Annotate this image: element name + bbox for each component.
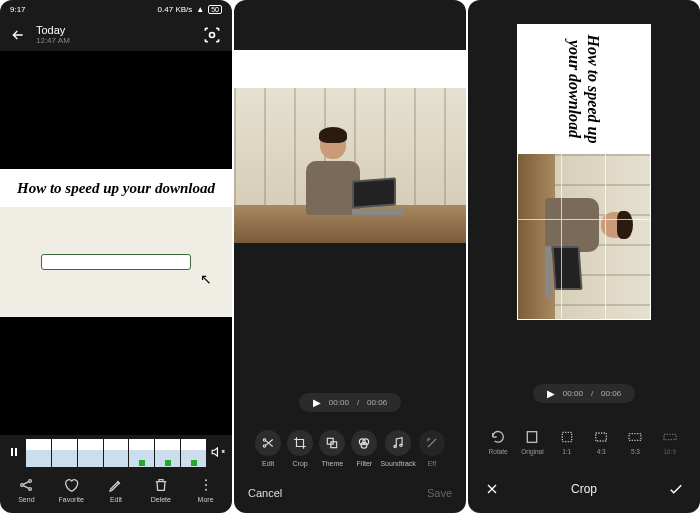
thumb	[26, 439, 51, 467]
music-icon	[385, 430, 411, 456]
ratio-label: Rotate	[489, 448, 508, 455]
status-time: 9:17	[10, 5, 26, 14]
svg-point-8	[205, 489, 207, 491]
pause-button[interactable]	[6, 446, 22, 461]
editor-controls: ▶ 00:00/00:06 Edit Crop Theme Filter	[234, 363, 466, 477]
svg-rect-18	[528, 432, 537, 443]
favorite-button[interactable]: Favorite	[51, 477, 91, 503]
scissors-icon	[255, 430, 281, 456]
ratio-5-3[interactable]: 5:3	[619, 429, 651, 455]
ratio-label: 4:3	[597, 448, 606, 455]
svg-point-5	[29, 488, 32, 491]
svg-point-17	[400, 444, 402, 446]
svg-point-15	[361, 442, 367, 448]
thumb	[155, 439, 180, 467]
crop-preview[interactable]: How to speed up your download	[517, 24, 651, 320]
time-total: 00:06	[601, 389, 621, 398]
crop-stage: How to speed up your download	[468, 0, 700, 372]
time-total: 00:06	[367, 398, 387, 407]
thumb	[78, 439, 103, 467]
ratio-4-3[interactable]: 4:3	[585, 429, 617, 455]
video-preview[interactable]: How to speed up your download	[234, 50, 466, 243]
timeline-row	[0, 435, 232, 471]
svg-point-7	[205, 484, 207, 486]
play-bar[interactable]: ▶ 00:00/00:06	[299, 393, 401, 412]
favorite-label: Favorite	[59, 496, 84, 503]
cancel-button[interactable]: Cancel	[248, 487, 282, 499]
video-editor-panel: How to speed up your download ▶ 00:00/00…	[234, 0, 466, 513]
svg-rect-22	[664, 434, 676, 439]
tool-label: Edit	[262, 460, 274, 467]
mute-button[interactable]	[210, 445, 226, 462]
tool-crop[interactable]: Crop	[284, 430, 316, 467]
play-icon[interactable]: ▶	[313, 397, 321, 408]
download-progress-bar-graphic	[41, 254, 191, 270]
delete-button[interactable]: Delete	[141, 477, 181, 503]
svg-point-10	[263, 445, 265, 447]
svg-point-0	[210, 32, 215, 37]
tool-label: Soundtrack	[380, 460, 415, 467]
editor-bottom-bar: Cancel Save	[234, 477, 466, 513]
laptop-figure	[352, 179, 404, 215]
header-row: Today 12:47 AM	[0, 18, 232, 51]
play-bar[interactable]: ▶ 00:00/00:06	[533, 384, 635, 403]
back-button[interactable]	[10, 27, 26, 43]
laptop-figure	[545, 246, 581, 298]
rotated-content: How to speed up your download	[517, 24, 651, 320]
svg-rect-21	[629, 434, 641, 441]
tool-effects[interactable]: Eff	[416, 430, 448, 467]
header-subtitle: 12:47 AM	[36, 36, 192, 45]
status-right: 0.47 KB/s ▲ 50	[158, 5, 222, 14]
status-bar: 9:17 0.47 KB/s ▲ 50	[0, 0, 232, 18]
status-net: 0.47 KB/s	[158, 5, 193, 14]
tool-row: Edit Crop Theme Filter Soundtrack Eff	[244, 430, 456, 467]
tool-edit[interactable]: Edit	[252, 430, 284, 467]
effects-icon	[419, 430, 445, 456]
crop-bottom-bar: Crop	[468, 469, 700, 513]
play-icon[interactable]: ▶	[547, 388, 555, 399]
edit-button[interactable]: Edit	[96, 477, 136, 503]
tool-soundtrack[interactable]: Soundtrack	[380, 430, 415, 467]
media-stage[interactable]: How to speed up your download ↖	[0, 51, 232, 435]
meme-title-text: How to speed up your download	[234, 50, 466, 88]
video-scene	[234, 88, 466, 243]
video-scene	[517, 154, 651, 320]
tool-label: Crop	[293, 460, 308, 467]
thumb	[181, 439, 206, 467]
header-title: Today	[36, 24, 192, 36]
battery-icon: 50	[208, 5, 222, 14]
google-lens-button[interactable]	[202, 25, 222, 45]
tool-theme[interactable]: Theme	[316, 430, 348, 467]
edit-label: Edit	[110, 496, 122, 503]
svg-point-6	[205, 479, 207, 481]
ratio-label: 5:3	[631, 448, 640, 455]
filter-icon	[351, 430, 377, 456]
theme-icon	[319, 430, 345, 456]
rotate-button[interactable]: Rotate	[482, 429, 514, 455]
send-button[interactable]: Send	[6, 477, 46, 503]
more-button[interactable]: More	[186, 477, 226, 503]
tool-label: Eff	[428, 460, 436, 467]
person-figure	[539, 198, 631, 252]
crop-controls: ▶ 00:00/00:06 Rotate Original 1:1 4:3	[468, 372, 700, 469]
ratio-1-1[interactable]: 1:1	[551, 429, 583, 455]
svg-rect-20	[596, 433, 607, 441]
cursor-icon: ↖	[200, 271, 212, 287]
crop-icon	[287, 430, 313, 456]
svg-rect-1	[11, 448, 13, 456]
more-label: More	[198, 496, 214, 503]
tool-label: Theme	[321, 460, 343, 467]
save-button[interactable]: Save	[427, 487, 452, 499]
title-block: Today 12:47 AM	[36, 24, 192, 45]
svg-point-3	[21, 484, 24, 487]
crop-panel: How to speed up your download	[468, 0, 700, 513]
ratio-original[interactable]: Original	[516, 429, 548, 455]
meme-title-text: How to speed up your download	[517, 24, 651, 154]
scrubber-thumbnails[interactable]	[26, 439, 206, 467]
action-bar: Send Favorite Edit Delete More	[0, 471, 232, 513]
tool-filter[interactable]: Filter	[348, 430, 380, 467]
send-label: Send	[18, 496, 34, 503]
ratio-16-9[interactable]: 16:9	[654, 429, 686, 455]
confirm-crop-button[interactable]	[666, 479, 686, 499]
cancel-crop-button[interactable]	[482, 479, 502, 499]
